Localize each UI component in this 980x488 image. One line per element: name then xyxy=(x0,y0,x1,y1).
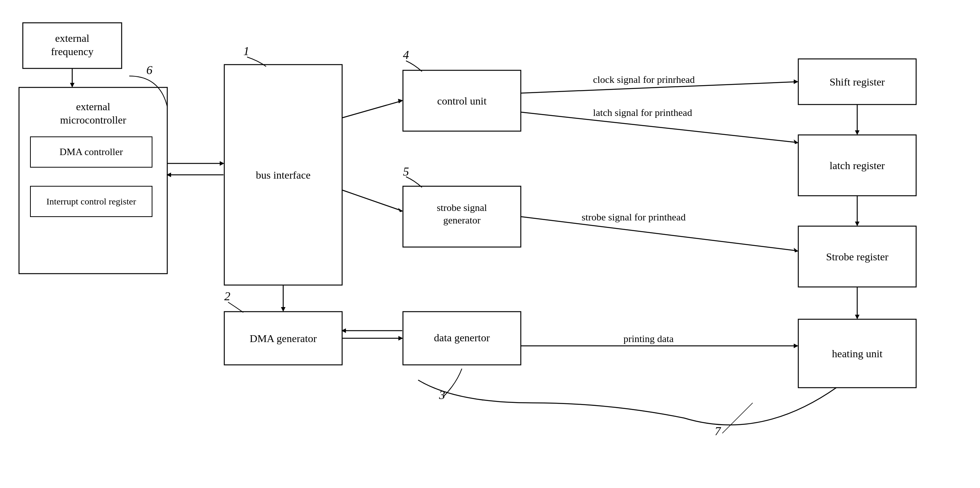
svg-marker-36 xyxy=(70,83,75,87)
circuit-diagram: external frequency external microcontrol… xyxy=(0,0,980,488)
svg-text:4: 4 xyxy=(403,48,409,62)
svg-rect-33 xyxy=(798,319,916,388)
svg-text:latch signal for printhead: latch signal for printhead xyxy=(593,107,692,118)
svg-line-54 xyxy=(521,112,797,143)
svg-marker-55 xyxy=(794,140,798,144)
svg-text:7: 7 xyxy=(715,424,722,438)
svg-rect-20 xyxy=(403,186,521,247)
svg-marker-52 xyxy=(794,79,798,84)
svg-text:printing data: printing data xyxy=(624,333,674,344)
svg-text:Interrupt control register: Interrupt control register xyxy=(46,197,136,207)
svg-text:3: 3 xyxy=(439,388,445,402)
svg-rect-0 xyxy=(23,23,122,68)
svg-marker-48 xyxy=(398,336,403,340)
svg-marker-42 xyxy=(398,99,403,103)
svg-text:external: external xyxy=(76,101,110,113)
svg-text:2: 2 xyxy=(224,289,231,303)
svg-text:strobe signal: strobe signal xyxy=(437,202,487,213)
svg-rect-31 xyxy=(798,226,916,287)
svg-text:Shift register: Shift register xyxy=(829,76,885,88)
svg-rect-3 xyxy=(19,87,167,273)
svg-text:clock signal for prinrhead: clock signal for prinrhead xyxy=(593,74,695,85)
svg-marker-46 xyxy=(281,307,285,312)
svg-text:5: 5 xyxy=(403,165,409,178)
svg-text:1: 1 xyxy=(243,44,249,58)
svg-rect-17 xyxy=(403,70,521,131)
svg-marker-68 xyxy=(855,315,859,319)
svg-text:6: 6 xyxy=(146,63,153,77)
svg-marker-58 xyxy=(794,248,798,252)
svg-marker-38 xyxy=(220,161,224,166)
svg-text:Strobe register: Strobe register xyxy=(826,251,889,262)
svg-marker-66 xyxy=(855,222,859,226)
diagram: external frequency external microcontrol… xyxy=(0,0,980,488)
svg-line-43 xyxy=(342,190,402,211)
svg-text:external: external xyxy=(55,32,89,44)
svg-marker-64 xyxy=(855,130,859,135)
svg-text:frequency: frequency xyxy=(51,46,94,57)
svg-text:latch register: latch register xyxy=(829,160,885,172)
svg-text:control unit: control unit xyxy=(437,95,487,107)
svg-marker-44 xyxy=(398,208,403,212)
svg-rect-8 xyxy=(30,186,152,217)
svg-line-57 xyxy=(521,217,797,251)
svg-text:DMA controller: DMA controller xyxy=(60,146,123,157)
svg-rect-29 xyxy=(798,135,916,196)
svg-text:generator: generator xyxy=(443,215,481,226)
svg-text:strobe signal for printhead: strobe signal for printhead xyxy=(582,212,686,223)
svg-line-51 xyxy=(521,82,797,93)
svg-text:microcontroller: microcontroller xyxy=(60,114,127,126)
svg-line-41 xyxy=(342,101,402,118)
svg-rect-27 xyxy=(798,59,916,105)
svg-text:data genertor: data genertor xyxy=(434,332,490,343)
svg-marker-61 xyxy=(794,343,798,348)
svg-rect-24 xyxy=(403,312,521,365)
svg-rect-14 xyxy=(224,312,342,365)
svg-rect-11 xyxy=(224,65,342,285)
svg-text:heating unit: heating unit xyxy=(832,348,883,359)
svg-text:DMA generator: DMA generator xyxy=(250,332,317,344)
svg-text:bus interface: bus interface xyxy=(256,169,310,181)
svg-marker-40 xyxy=(167,173,171,177)
svg-marker-50 xyxy=(341,328,346,333)
svg-rect-6 xyxy=(30,137,152,167)
